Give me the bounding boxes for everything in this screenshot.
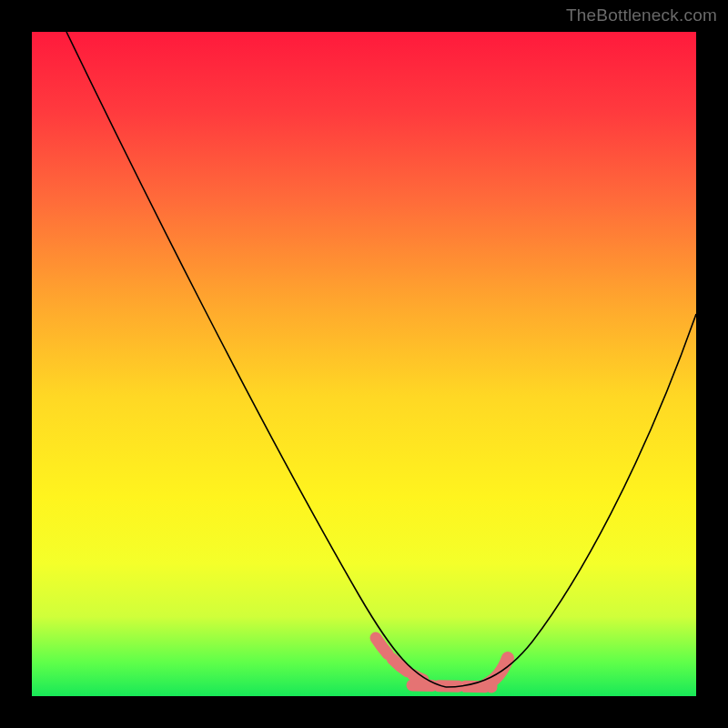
curve-layer (32, 32, 696, 696)
right-branch-curve (446, 314, 696, 687)
plot-area (32, 32, 696, 696)
valley-highlight-right (485, 658, 508, 685)
left-branch-curve (66, 32, 446, 687)
valley-highlight-left (376, 638, 423, 680)
chart-frame: TheBottleneck.com (0, 0, 728, 728)
watermark-text: TheBottleneck.com (566, 5, 717, 25)
